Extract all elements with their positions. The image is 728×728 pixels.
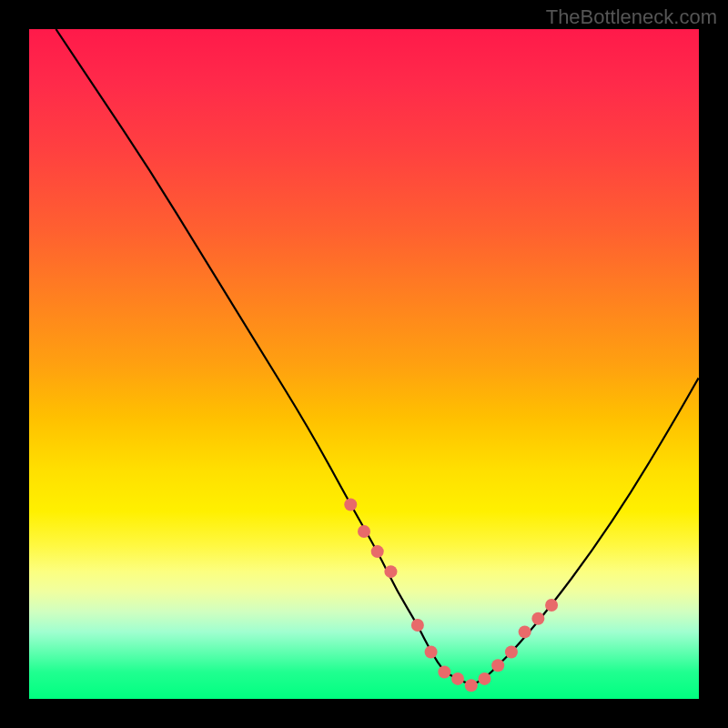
highlight-dot — [478, 672, 490, 685]
highlight-dot — [344, 499, 357, 511]
highlight-dot — [371, 545, 384, 558]
highlight-dot — [451, 672, 464, 685]
highlight-dot — [411, 619, 424, 632]
highlight-dot — [465, 679, 478, 692]
bottleneck-curve — [56, 29, 699, 683]
highlight-dots-group — [344, 499, 558, 693]
watermark-text: TheBottleneck.com — [546, 5, 717, 29]
highlight-dot — [384, 565, 397, 578]
highlight-dot — [531, 612, 544, 625]
highlight-dot — [358, 525, 370, 538]
plot-area — [29, 29, 699, 699]
highlight-dot — [425, 645, 438, 658]
highlight-dot — [491, 659, 504, 672]
highlight-dot — [438, 666, 450, 679]
highlight-dot — [519, 625, 531, 638]
highlight-dot — [545, 599, 558, 612]
highlight-dot — [505, 645, 518, 658]
chart-svg — [29, 29, 699, 699]
